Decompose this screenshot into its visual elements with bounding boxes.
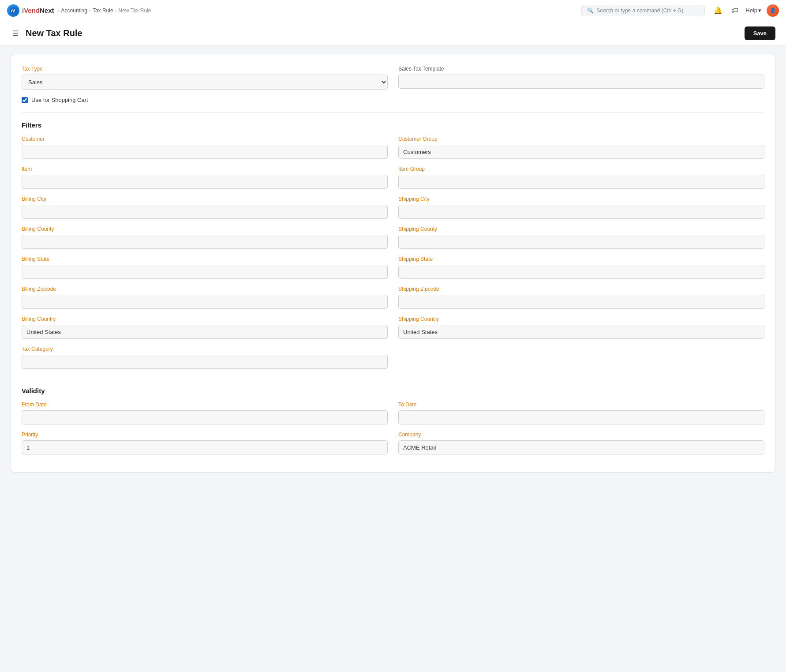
shipping-city-label: Shipping City: [398, 196, 764, 202]
hamburger-icon: ☰: [12, 30, 19, 37]
item-row: Item Item Group: [22, 166, 764, 189]
shipping-country-label: Shipping Country: [398, 316, 764, 322]
item-group-field: Item Group: [398, 166, 764, 189]
to-date-label: To Date: [398, 402, 764, 408]
billing-country-label: Billing Country: [22, 316, 388, 322]
priority-company-row: Priority Company: [22, 432, 764, 454]
sales-tax-template-field: Sales Tax Template: [398, 66, 764, 90]
chevron-down-icon: ▾: [758, 7, 761, 14]
help-button[interactable]: Help ▾: [745, 7, 761, 14]
bookmark-button[interactable]: 🏷: [730, 5, 740, 16]
to-date-field: To Date: [398, 402, 764, 424]
from-date-field: From Date: [22, 402, 388, 424]
state-row: Billing State Shipping State: [22, 256, 764, 279]
priority-input[interactable]: [22, 440, 388, 454]
billing-country-field: Billing Country: [22, 316, 388, 339]
shipping-state-input[interactable]: [398, 265, 764, 279]
city-row: Billing City Shipping City: [22, 196, 764, 219]
use-for-shopping-cart-checkbox[interactable]: [22, 97, 28, 103]
priority-label: Priority: [22, 432, 388, 438]
item-label: Item: [22, 166, 388, 172]
bell-icon: 🔔: [714, 6, 722, 15]
customer-group-label: Customer Group: [398, 136, 764, 142]
logo-text: iVendNext: [22, 7, 54, 14]
customer-label: Customer: [22, 136, 388, 142]
customer-field: Customer: [22, 136, 388, 159]
item-group-label: Item Group: [398, 166, 764, 172]
shipping-zipcode-label: Shipping Zipcode: [398, 286, 764, 292]
billing-city-field: Billing City: [22, 196, 388, 219]
shipping-country-input[interactable]: [398, 325, 764, 339]
billing-zipcode-field: Billing Zipcode: [22, 286, 388, 309]
county-row: Billing County Shipping County: [22, 226, 764, 249]
shipping-country-field: Shipping Country: [398, 316, 764, 339]
billing-zipcode-input[interactable]: [22, 295, 388, 309]
customer-input[interactable]: [22, 145, 388, 159]
app-logo[interactable]: iV iVendNext: [7, 4, 54, 17]
shipping-city-input[interactable]: [398, 205, 764, 219]
topnav-icons: 🔔 🏷 Help ▾ 👤: [712, 4, 779, 17]
shipping-county-input[interactable]: [398, 235, 764, 249]
customer-row: Customer Customer Group: [22, 136, 764, 159]
section-divider-validity: [22, 378, 764, 378]
use-for-shopping-cart-label[interactable]: Use for Shopping Cart: [31, 97, 88, 103]
customer-group-input[interactable]: [398, 145, 764, 159]
search-bar[interactable]: 🔍 Search or type a command (Ctrl + G): [581, 5, 705, 16]
billing-county-label: Billing County: [22, 226, 388, 232]
shipping-county-label: Shipping County: [398, 226, 764, 232]
tax-type-row: Tax Type Sales Sales Tax Template: [22, 66, 764, 90]
shipping-zipcode-field: Shipping Zipcode: [398, 286, 764, 309]
filters-section-title: Filters: [22, 121, 764, 129]
sales-tax-template-input[interactable]: [398, 75, 764, 89]
help-label: Help: [745, 7, 757, 14]
breadcrumb: › Accounting › Tax Rule › New Tax Rule: [58, 8, 151, 14]
item-input[interactable]: [22, 175, 388, 189]
shipping-zipcode-input[interactable]: [398, 295, 764, 309]
country-row: Billing Country Shipping Country: [22, 316, 764, 339]
billing-state-input[interactable]: [22, 265, 388, 279]
validity-section-title: Validity: [22, 387, 764, 394]
shipping-county-field: Shipping County: [398, 226, 764, 249]
avatar[interactable]: 👤: [767, 4, 779, 17]
tax-category-row: Tax Category: [22, 346, 764, 369]
billing-state-field: Billing State: [22, 256, 388, 279]
shipping-city-field: Shipping City: [398, 196, 764, 219]
notification-bell-button[interactable]: 🔔: [712, 4, 724, 16]
tax-type-select[interactable]: Sales: [22, 75, 388, 90]
priority-field: Priority: [22, 432, 388, 454]
to-date-input[interactable]: [398, 410, 764, 424]
tax-category-label: Tax Category: [22, 346, 388, 352]
tax-category-input[interactable]: [22, 355, 388, 369]
hamburger-menu-button[interactable]: ☰: [11, 28, 20, 38]
billing-county-field: Billing County: [22, 226, 388, 249]
logo-icon: iV: [7, 4, 19, 17]
use-for-shopping-cart-row: Use for Shopping Cart: [22, 97, 764, 103]
save-button[interactable]: Save: [745, 26, 775, 40]
billing-zipcode-label: Billing Zipcode: [22, 286, 388, 292]
item-group-input[interactable]: [398, 175, 764, 189]
main-content: Tax Type Sales Sales Tax Template Use fo…: [0, 46, 786, 481]
billing-state-label: Billing State: [22, 256, 388, 262]
breadcrumb-accounting[interactable]: Accounting: [61, 8, 87, 14]
breadcrumb-current: New Tax Rule: [119, 8, 151, 14]
zipcode-row: Billing Zipcode Shipping Zipcode: [22, 286, 764, 309]
sales-tax-template-label: Sales Tax Template: [398, 66, 764, 72]
billing-city-input[interactable]: [22, 205, 388, 219]
billing-country-input[interactable]: [22, 325, 388, 339]
tax-category-field: Tax Category: [22, 346, 388, 369]
form-card: Tax Type Sales Sales Tax Template Use fo…: [11, 55, 775, 473]
shipping-state-field: Shipping State: [398, 256, 764, 279]
date-row: From Date To Date: [22, 402, 764, 424]
from-date-label: From Date: [22, 402, 388, 408]
breadcrumb-tax-rule[interactable]: Tax Rule: [93, 8, 113, 14]
company-input[interactable]: [398, 440, 764, 454]
search-icon: 🔍: [587, 8, 594, 14]
customer-group-field: Customer Group: [398, 136, 764, 159]
shipping-state-label: Shipping State: [398, 256, 764, 262]
company-label: Company: [398, 432, 764, 438]
svg-text:iV: iV: [11, 8, 15, 13]
from-date-input[interactable]: [22, 410, 388, 424]
tax-type-label: Tax Type: [22, 66, 388, 72]
page-header: ☰ New Tax Rule Save: [0, 21, 786, 46]
billing-county-input[interactable]: [22, 235, 388, 249]
